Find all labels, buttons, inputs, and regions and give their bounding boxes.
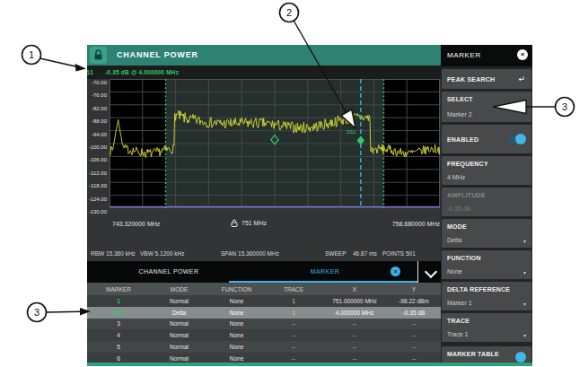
close-marker-tab-icon[interactable]: × xyxy=(391,267,400,276)
sweep-value: 46.87 ms xyxy=(353,250,377,257)
cell-y: -98.22 dBm xyxy=(387,298,441,304)
marker-settings-panel: MARKER × PEAK SEARCH ↵ SELECT Marker 2 E… xyxy=(441,45,532,363)
cell-trace: -- xyxy=(265,320,322,327)
enabled-toggle-item[interactable]: ENABLED xyxy=(442,125,531,153)
cell-function: None xyxy=(208,344,265,350)
cell-x: -- xyxy=(322,332,387,338)
cell-mode: Normal xyxy=(150,332,208,338)
delta-reference-label: DELTA REFERENCE xyxy=(447,286,510,293)
cell-y: -- xyxy=(387,355,441,362)
toggle-on-icon[interactable] xyxy=(509,135,524,143)
callout-1-circle xyxy=(22,46,41,65)
cell-marker: 6 xyxy=(87,355,150,362)
function-label: FUNCTION xyxy=(447,255,481,261)
select-label: SELECT xyxy=(447,96,473,102)
cell-mode: Normal xyxy=(150,320,208,327)
cell-function: None xyxy=(208,310,265,316)
rbw-value: RBW 15.360 kHz xyxy=(91,250,136,257)
y-tick-label: -94.00 xyxy=(87,132,107,137)
cell-function: None xyxy=(208,298,265,304)
table-row[interactable]: 4 Normal None -- -- -- xyxy=(87,329,441,341)
callout-1-arrow xyxy=(75,64,87,72)
bottom-accent-strip xyxy=(87,363,532,366)
mode-value: Delta xyxy=(447,237,461,243)
callout-3r-number: 3 xyxy=(562,101,567,112)
marker-table-header: MARKER MODE FUNCTION TRACE X Y xyxy=(87,283,441,295)
callout-3b-circle xyxy=(28,303,47,322)
select-marker-button[interactable]: SELECT Marker 2 xyxy=(442,92,531,122)
marker-readout-label: M2Δ1 xyxy=(87,69,93,75)
callout-2-number: 2 xyxy=(286,7,292,18)
cell-trace: -- xyxy=(265,332,322,338)
enabled-label: ENABLED xyxy=(447,136,478,143)
frequency-button[interactable]: FREQUENCY 4 MHz xyxy=(442,156,531,185)
peak-search-label: PEAK SEARCH xyxy=(447,76,495,83)
analyzer-screen: CHANNEL POWER M2Δ1 -0.35 dB @ 4.000000 M… xyxy=(87,45,532,366)
cell-marker: 3 xyxy=(87,320,150,327)
spectrum-plot[interactable]: 2Δ1 xyxy=(110,79,440,208)
col-header-mode: MODE xyxy=(150,286,208,293)
cell-trace: 1 xyxy=(265,310,322,316)
trace-value: Trace 1 xyxy=(447,331,468,337)
trace-dropdown[interactable]: TRACE Trace 1 ▾ xyxy=(442,313,531,342)
app-lock-icon[interactable] xyxy=(90,47,107,64)
table-row[interactable]: 1 Normal None 1 751.000000 MHz -98.22 dB… xyxy=(87,295,441,307)
callout-3b-line xyxy=(47,311,82,312)
chevron-down-icon: ▾ xyxy=(523,269,526,275)
function-dropdown[interactable]: FUNCTION None ▾ xyxy=(442,250,531,279)
collapse-table-button[interactable] xyxy=(421,261,441,283)
col-header-x: X xyxy=(322,286,387,293)
chevron-down-icon: ▾ xyxy=(523,238,526,244)
vbw-value: VBW 5.1200 kHz xyxy=(140,250,185,257)
y-tick-label: -118.00 xyxy=(87,183,107,188)
cell-x: -- xyxy=(322,355,387,362)
frequency-value: 4 MHz xyxy=(447,174,465,180)
delta-reference-dropdown[interactable]: DELTA REFERENCE Marker 1 ▾ xyxy=(442,282,531,310)
cell-trace: -- xyxy=(265,344,322,350)
cell-marker: 4 xyxy=(87,332,150,338)
toggle-on-icon[interactable] xyxy=(515,352,526,363)
y-tick-label: -130.00 xyxy=(87,209,107,214)
select-value: Marker 2 xyxy=(447,111,472,118)
col-header-function: FUNCTION xyxy=(208,286,265,293)
col-header-y: Y xyxy=(387,286,441,293)
marker-readout-value: -0.35 dB @ 4.000000 MHz xyxy=(105,69,179,75)
span-value: SPAN 15.360000 MHz xyxy=(221,250,279,257)
table-row[interactable]: 3 Normal None -- -- -- xyxy=(87,319,441,330)
cell-mode: Normal xyxy=(150,298,208,304)
y-tick-label: -88.00 xyxy=(87,118,107,124)
amplitude-label: AMPLITUDE xyxy=(447,192,486,198)
measurement-title: CHANNEL POWER xyxy=(117,50,198,59)
close-panel-icon[interactable]: × xyxy=(517,49,528,60)
table-row-selected[interactable]: 2Δ1 Delta None 1 4.000000 MHz -0.35 dB xyxy=(87,307,441,319)
cell-x: 751.000000 MHz xyxy=(322,298,387,304)
chevron-down-icon: ▾ xyxy=(523,301,526,307)
y-tick-label: -70.00 xyxy=(87,80,107,85)
callout-1-number: 1 xyxy=(29,49,34,60)
mode-dropdown[interactable]: MODE Delta ▾ xyxy=(442,219,531,248)
panel-header: MARKER × xyxy=(441,45,532,66)
y-tick-label: -124.00 xyxy=(87,197,107,202)
tab-bar-divider xyxy=(417,261,418,283)
tab-marker[interactable]: MARKER xyxy=(289,268,361,275)
peak-search-button[interactable]: PEAK SEARCH ↵ xyxy=(442,69,531,89)
mode-label: MODE xyxy=(447,223,467,230)
center-frequency-group[interactable]: 751 MHz xyxy=(231,219,267,227)
y-tick-label: -76.00 xyxy=(87,92,107,98)
lock-icon xyxy=(231,219,238,227)
cell-function: None xyxy=(208,320,265,327)
delta-reference-value: Marker 1 xyxy=(447,300,472,306)
tab-channel-power[interactable]: CHANNEL POWER xyxy=(105,268,233,275)
cell-y: -- xyxy=(387,320,441,327)
table-row[interactable]: 5 Normal None -- -- -- xyxy=(87,341,441,353)
y-tick-label: -112.00 xyxy=(87,170,107,176)
y-tick-label: -82.00 xyxy=(87,106,107,111)
cell-y: -- xyxy=(387,332,441,338)
chevron-down-icon xyxy=(425,266,437,278)
callout-3b-number: 3 xyxy=(34,307,39,318)
marker-readout-bar: M2Δ1 -0.35 dB @ 4.000000 MHz xyxy=(87,66,441,79)
cell-x: -- xyxy=(322,344,387,350)
frequency-label: FREQUENCY xyxy=(447,161,488,167)
cell-marker: 1 xyxy=(87,298,150,304)
cell-trace: -- xyxy=(265,355,322,362)
